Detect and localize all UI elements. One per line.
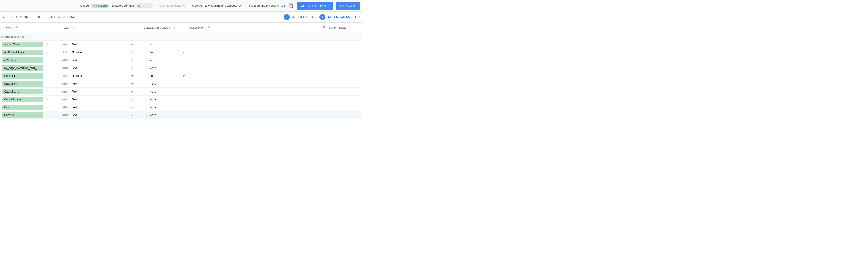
row-menu-button[interactable]: [44, 65, 50, 71]
field-name: ClientID: [4, 113, 14, 117]
type-icon: ABC: [62, 90, 68, 93]
agg-dropdown-caret: [183, 74, 185, 77]
cell-type[interactable]: 123 Number: [52, 50, 143, 54]
field-name: CacheName: [4, 90, 20, 93]
field-chip[interactable]: CacheName: [2, 89, 43, 95]
cell-field: CacheSource: [0, 97, 52, 102]
cell-aggregation[interactable]: None: [143, 113, 189, 117]
cell-type[interactable]: ABC Text: [52, 98, 143, 101]
chevron-down-icon: [183, 52, 185, 53]
table-row: APIProduct ABC Text None: [0, 56, 362, 64]
kebab-icon: [45, 66, 49, 70]
type-label: Number: [72, 74, 128, 77]
field-editing-value[interactable]: On: [281, 4, 285, 7]
field-chip[interactable]: CacheSource: [2, 97, 43, 102]
breadcrumb-filter-by-email[interactable]: FILTER BY EMAIL: [49, 15, 77, 19]
search-fields[interactable]: [322, 25, 362, 30]
row-menu-button[interactable]: [44, 89, 50, 95]
type-dropdown-caret: [131, 59, 133, 62]
col-header-aggregation[interactable]: Default Aggregation: [143, 25, 189, 30]
kebab-icon: [45, 82, 49, 85]
cell-aggregation[interactable]: Sum: [143, 50, 189, 54]
field-chip[interactable]: CacheKey: [2, 81, 43, 86]
cell-aggregation[interactable]: None: [143, 105, 189, 109]
cell-type[interactable]: ABC Text: [52, 113, 143, 117]
resize-handle-icon[interactable]: [50, 26, 52, 29]
search-input[interactable]: [329, 26, 359, 29]
cell-type[interactable]: 123 Number: [52, 74, 143, 77]
row-menu-button[interactable]: [44, 97, 50, 102]
cell-aggregation[interactable]: None: [143, 82, 189, 85]
copy-icon-button[interactable]: [288, 3, 294, 8]
svg-point-25: [47, 106, 48, 107]
type-label: Text: [72, 67, 128, 70]
row-menu-button[interactable]: [44, 112, 50, 118]
table-row: CacheHit 123 Number Sum: [0, 72, 362, 80]
row-menu-button[interactable]: [44, 73, 50, 79]
community-vis-value[interactable]: On: [239, 4, 242, 7]
aggregation-label: None: [149, 106, 179, 109]
cell-type[interactable]: ABC Text: [52, 82, 143, 85]
add-parameter-button[interactable]: ADD A PARAMETER: [319, 14, 360, 20]
back-arrow-button[interactable]: [2, 14, 7, 20]
col-header-type[interactable]: Type: [52, 25, 143, 30]
field-chip[interactable]: CacheHit: [2, 73, 43, 79]
field-chip[interactable]: ax_edge_execution_fault_...: [2, 65, 43, 71]
cell-aggregation[interactable]: None: [143, 66, 189, 70]
cell-aggregation[interactable]: Sum: [143, 74, 189, 77]
row-menu-button[interactable]: [44, 49, 50, 55]
actions-bar: EDIT CONNECTION | FILTER BY EMAIL ADD A …: [0, 11, 362, 23]
row-menu-button[interactable]: [44, 42, 50, 47]
svg-point-19: [47, 90, 48, 91]
aggregation-label: None: [149, 98, 179, 101]
cell-aggregation[interactable]: None: [143, 43, 189, 46]
credentials-toggle[interactable]: [136, 3, 153, 8]
cell-type[interactable]: ABC Text: [52, 105, 143, 109]
cell-aggregation[interactable]: None: [143, 59, 189, 62]
col-header-description[interactable]: Description: [189, 25, 322, 30]
explore-button[interactable]: EXPLORE: [336, 2, 360, 10]
aggregation-label: None: [149, 59, 179, 62]
field-name: CacheKey: [4, 82, 17, 85]
field-chip[interactable]: AccessToken: [2, 42, 43, 47]
row-menu-button[interactable]: [44, 105, 50, 110]
create-report-button[interactable]: CREATE REPORT: [297, 2, 333, 10]
svg-point-17: [47, 83, 48, 84]
chevron-down-icon: [131, 115, 133, 116]
cell-type[interactable]: ABC Text: [52, 43, 143, 46]
cell-aggregation[interactable]: None: [143, 90, 189, 93]
svg-point-2: [47, 44, 48, 45]
cell-aggregation[interactable]: None: [143, 98, 189, 101]
col-header-field[interactable]: Field: [0, 25, 52, 30]
type-dropdown-caret: [131, 82, 133, 85]
aggregation-label: Sum: [149, 74, 179, 77]
type-icon: ABC: [62, 114, 68, 116]
table-row: CacheKey ABC Text None: [0, 80, 362, 88]
add-field-button[interactable]: ADD A FIELD: [284, 14, 313, 20]
row-menu-button[interactable]: [44, 81, 50, 86]
reusable-chip[interactable]: Reusable: [91, 4, 109, 8]
type-dropdown-caret: [131, 105, 133, 109]
actions-right: ADD A FIELD ADD A PARAMETER: [284, 14, 360, 20]
cell-type[interactable]: ABC Text: [52, 66, 143, 70]
svg-point-30: [47, 116, 48, 116]
table-row: ApiPriceMultiplier 123 Number Sum: [0, 48, 362, 56]
breadcrumb-edit-connection[interactable]: EDIT CONNECTION: [10, 15, 41, 19]
field-chip[interactable]: City: [2, 105, 43, 110]
sort-arrow-icon: [71, 25, 75, 30]
field-chip[interactable]: APIProduct: [2, 58, 43, 63]
chevron-down-icon: [131, 75, 133, 77]
search-icon: [322, 25, 327, 30]
svg-point-20: [47, 91, 48, 92]
cell-type[interactable]: ABC Text: [52, 90, 143, 93]
field-chip[interactable]: ClientID: [2, 112, 43, 118]
field-chip[interactable]: ApiPriceMultiplier: [2, 49, 43, 55]
chevron-down-icon: [131, 83, 133, 85]
cell-type[interactable]: ABC Text: [52, 59, 143, 62]
svg-point-27: [47, 108, 48, 109]
type-icon: ABC: [62, 43, 68, 46]
type-label: Number: [72, 51, 128, 54]
svg-point-4: [47, 51, 48, 52]
scope-label: Scope:: [80, 4, 89, 7]
row-menu-button[interactable]: [44, 58, 50, 63]
